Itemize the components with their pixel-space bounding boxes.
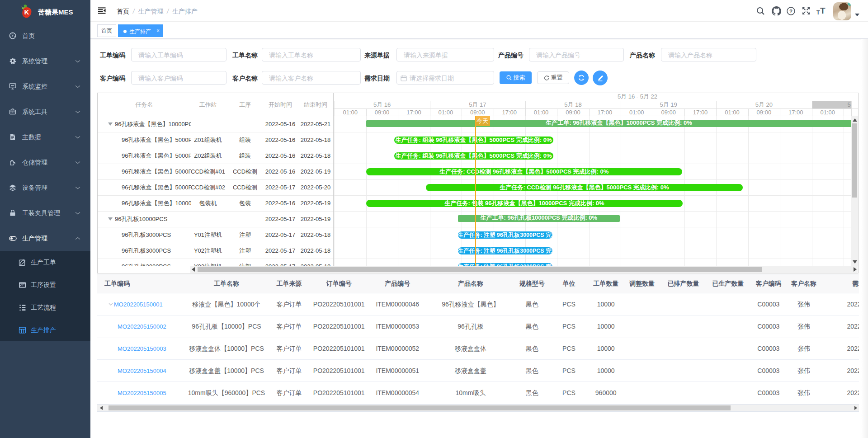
svg-text:K: K [24, 8, 29, 16]
svg-text:?: ? [789, 9, 793, 14]
